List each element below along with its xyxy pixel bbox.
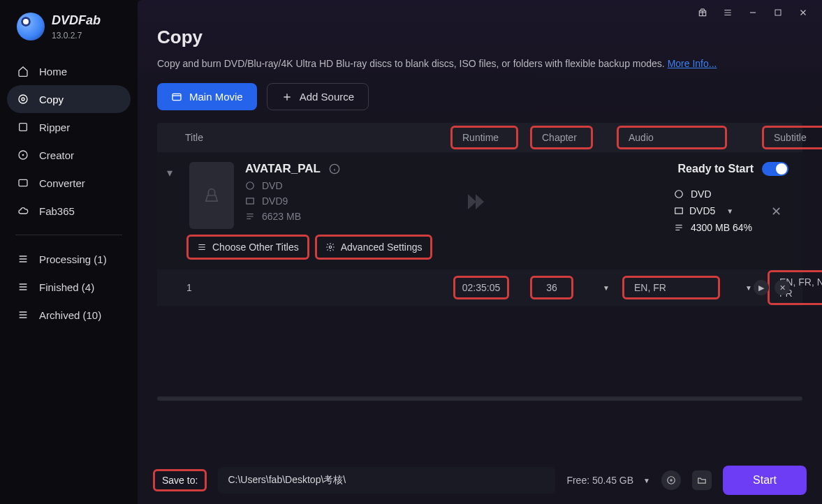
- nav-list: Home Copy Ripper Creator Converter Fab36…: [0, 57, 138, 225]
- col-subtitle: Subtitle: [762, 126, 822, 149]
- status-finished[interactable]: Finished (4): [7, 273, 131, 301]
- ripper-icon: [17, 121, 29, 133]
- add-source-button[interactable]: Add Source: [267, 83, 369, 110]
- expand-toggle[interactable]: ▾: [167, 162, 178, 229]
- output-meta: DVD DVD5▼ 4300 MB 64%: [674, 188, 752, 233]
- status-archived[interactable]: Archived (10): [7, 301, 131, 329]
- title-row[interactable]: 1 02:35:05 36 ▼ EN, FR ▼ EN, FR, NL, EN,…: [157, 269, 802, 306]
- free-space-label: Free: 50.45 GB ▼: [566, 475, 650, 486]
- page-title: Copy: [157, 27, 802, 48]
- titles-table: Title Runtime Chapter Audio Subtitle ▾ A…: [157, 123, 802, 306]
- toolbar: Main Movie Add Source: [138, 83, 822, 123]
- table-header: Title Runtime Chapter Audio Subtitle: [157, 123, 802, 152]
- play-preview-button[interactable]: ▶: [754, 280, 769, 295]
- nav-ripper[interactable]: Ripper: [7, 113, 131, 141]
- more-info-link[interactable]: More Info...: [668, 58, 717, 69]
- enable-toggle[interactable]: [762, 162, 788, 176]
- maximize-icon[interactable]: [773, 8, 783, 17]
- start-button[interactable]: Start: [723, 466, 807, 495]
- list-icon: [17, 309, 29, 321]
- title-audio: EN, FR: [622, 276, 720, 299]
- gift-icon[interactable]: [698, 8, 707, 17]
- plus-icon: [281, 91, 293, 103]
- remove-source-button[interactable]: ✕: [771, 204, 781, 219]
- iso-output-button[interactable]: [661, 470, 681, 490]
- nav-home[interactable]: Home: [7, 57, 131, 85]
- arrow-icon: [468, 194, 492, 212]
- converter-icon: [17, 177, 29, 189]
- chevron-down-icon: ▼: [726, 207, 733, 215]
- nav-label: Fab365: [39, 205, 75, 217]
- nav-converter[interactable]: Converter: [7, 169, 131, 197]
- iso-icon: [245, 181, 255, 191]
- info-icon[interactable]: [329, 163, 340, 175]
- svg-point-4: [22, 154, 23, 155]
- close-icon[interactable]: [798, 8, 808, 17]
- nav-fab365[interactable]: Fab365: [7, 197, 131, 225]
- advanced-settings-button[interactable]: Advanced Settings: [315, 235, 433, 260]
- sidebar-divider: [15, 235, 122, 235]
- status-list: Processing (1) Finished (4) Archived (10…: [0, 245, 138, 329]
- status-processing[interactable]: Processing (1): [7, 245, 131, 273]
- title-chapter: 36: [530, 276, 573, 299]
- creator-icon: [17, 149, 29, 161]
- status-label: Processing (1): [39, 253, 107, 265]
- nav-label: Ripper: [39, 121, 70, 133]
- title-runtime: 02:35:05: [453, 276, 509, 299]
- ready-status: Ready to Start: [678, 162, 788, 176]
- svg-rect-2: [20, 124, 27, 131]
- gear-icon: [325, 242, 335, 252]
- save-path-input[interactable]: [218, 467, 555, 494]
- chevron-down-icon[interactable]: ▼: [603, 284, 610, 292]
- page-description: Copy and burn DVD/Blu-ray/4K Ultra HD Bl…: [157, 58, 802, 69]
- chevron-down-icon[interactable]: ▼: [643, 477, 650, 484]
- row-actions: ▶ ✕: [754, 280, 790, 295]
- size-icon: [674, 223, 684, 232]
- nav-label: Converter: [39, 177, 85, 189]
- main-movie-button[interactable]: Main Movie: [157, 83, 257, 110]
- col-runtime: Runtime: [450, 126, 518, 149]
- svg-rect-11: [247, 198, 254, 204]
- copy-icon: [17, 93, 29, 105]
- svg-point-16: [670, 480, 672, 481]
- remove-title-button[interactable]: ✕: [775, 280, 790, 295]
- list-icon: [17, 281, 29, 293]
- svg-rect-5: [19, 179, 27, 186]
- svg-point-10: [247, 182, 254, 190]
- status-label: Finished (4): [39, 281, 94, 293]
- col-title: Title: [185, 132, 272, 143]
- scrollbar[interactable]: [157, 396, 802, 401]
- svg-point-14: [329, 246, 332, 249]
- disc-icon: [202, 186, 221, 205]
- main-panel: Copy Copy and burn DVD/Blu-ray/4K Ultra …: [138, 0, 822, 504]
- page-header: Copy Copy and burn DVD/Blu-ray/4K Ultra …: [138, 25, 822, 83]
- status-label: Archived (10): [39, 309, 101, 321]
- table-body: ▾ AVATAR_PAL DVD DVD9 6623 MB: [157, 152, 802, 306]
- window-controls: [138, 0, 822, 25]
- app-logo-block: DVDFab 13.0.2.7: [0, 13, 138, 57]
- nav-label: Copy: [39, 94, 64, 105]
- svg-point-15: [668, 477, 675, 484]
- format-icon: [245, 196, 255, 206]
- choose-other-titles-button[interactable]: Choose Other Titles: [186, 235, 309, 260]
- svg-point-1: [22, 98, 24, 101]
- chevron-down-icon[interactable]: ▼: [745, 284, 752, 292]
- list-icon: [197, 242, 207, 252]
- output-format-select[interactable]: DVD5▼: [674, 205, 752, 216]
- app-brand: DVDFab: [52, 13, 101, 28]
- app-version: 13.0.2.7: [52, 31, 101, 40]
- title-index: 1: [186, 282, 270, 293]
- nav-copy[interactable]: Copy: [7, 85, 131, 113]
- source-actions: Choose Other Titles Advanced Settings: [157, 229, 802, 269]
- cloud-icon: [17, 205, 29, 217]
- svg-rect-8: [173, 94, 181, 100]
- menu-icon[interactable]: [723, 8, 733, 17]
- minimize-icon[interactable]: [748, 8, 758, 17]
- folder-output-button[interactable]: [692, 470, 712, 490]
- svg-point-0: [19, 95, 27, 103]
- source-title: AVATAR_PAL: [245, 162, 321, 176]
- nav-label: Home: [39, 66, 67, 77]
- nav-label: Creator: [39, 149, 74, 161]
- svg-rect-13: [675, 208, 683, 214]
- nav-creator[interactable]: Creator: [7, 141, 131, 169]
